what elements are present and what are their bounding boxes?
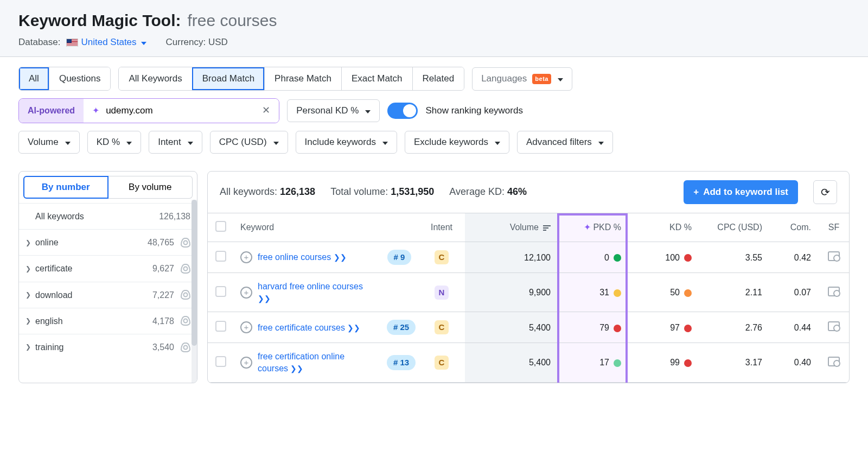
match-related[interactable]: Related xyxy=(412,67,464,90)
sidebar-group-label: training xyxy=(35,342,135,352)
col-pkd[interactable]: ✦ PKD % xyxy=(557,213,628,242)
add-to-keyword-list-button[interactable]: +Add to keyword list xyxy=(684,180,798,204)
personal-kd-filter[interactable]: Personal KD % xyxy=(287,99,380,122)
expand-keyword-icon[interactable]: + xyxy=(240,357,252,369)
filter-cpc[interactable]: CPC (USD) xyxy=(210,131,288,154)
expand-keyword-icon[interactable]: + xyxy=(240,321,252,333)
intent-badge: C xyxy=(435,320,449,334)
eye-icon[interactable] xyxy=(181,316,190,326)
keyword-link[interactable]: free certification online courses ❯❯ xyxy=(258,351,374,374)
chevron-right-icon: ❯ xyxy=(25,265,35,272)
keyword-groups-sidebar: By number By volume All keywords 126,138… xyxy=(18,171,197,383)
row-checkbox[interactable] xyxy=(215,356,226,367)
intent-badge: N xyxy=(435,286,449,300)
scope-questions[interactable]: Questions xyxy=(49,67,111,90)
expand-keyword-icon[interactable]: + xyxy=(240,251,252,263)
domain-input[interactable] xyxy=(105,105,257,117)
personal-kd-label: Personal KD % xyxy=(296,105,359,116)
chevron-down-icon xyxy=(597,137,604,148)
keyword-link[interactable]: free online courses ❯❯ xyxy=(258,251,347,263)
expand-keyword-icon[interactable]: + xyxy=(240,287,252,299)
eye-icon[interactable] xyxy=(181,343,190,352)
table-row: +free online courses ❯❯# 9C12,10001003.5… xyxy=(208,242,849,273)
match-exact-match[interactable]: Exact Match xyxy=(341,67,412,90)
sidebar-group-training[interactable]: ❯training3,540 xyxy=(19,334,197,360)
serp-features-icon[interactable] xyxy=(828,287,840,296)
table-row: +harvard free online courses ❯❯N9,900315… xyxy=(208,273,849,312)
sidebar-group-count: 48,765 xyxy=(135,237,174,248)
summary-all-keywords: 126,138 xyxy=(280,186,315,197)
clear-domain-icon[interactable]: ✕ xyxy=(262,105,270,117)
row-checkbox[interactable] xyxy=(215,286,226,297)
sidebar-group-certificate[interactable]: ❯certificate9,627 xyxy=(19,255,197,281)
match-broad-match[interactable]: Broad Match xyxy=(192,67,264,90)
serp-features-icon[interactable] xyxy=(828,251,840,261)
sidebar-group-count: 3,540 xyxy=(135,342,174,352)
cell-volume: 5,400 xyxy=(465,312,557,343)
eye-icon[interactable] xyxy=(181,290,190,300)
sidebar-group-english[interactable]: ❯english4,178 xyxy=(19,308,197,334)
refresh-button[interactable]: ⟳ xyxy=(813,180,837,204)
sidebar-all-keywords[interactable]: All keywords 126,138 xyxy=(19,203,197,229)
scope-all[interactable]: All xyxy=(19,67,49,90)
keyword-link[interactable]: harvard free online courses ❯❯ xyxy=(258,281,374,304)
match-phrase-match[interactable]: Phrase Match xyxy=(264,67,341,90)
col-com[interactable]: Com. xyxy=(769,213,818,242)
intent-badge: C xyxy=(435,250,449,264)
sidebar-scrollbar[interactable] xyxy=(192,200,197,383)
chevron-down-icon xyxy=(64,137,71,148)
sidebar-group-label: english xyxy=(35,316,135,326)
cell-com: 0.42 xyxy=(769,242,818,273)
filter-exclude-keywords[interactable]: Exclude keywords xyxy=(405,131,509,154)
languages-filter[interactable]: Languages beta xyxy=(472,67,572,90)
tab-by-volume[interactable]: By volume xyxy=(108,176,193,199)
plus-icon: + xyxy=(693,187,699,198)
col-kd[interactable]: KD % xyxy=(628,213,698,242)
col-cpc[interactable]: CPC (USD) xyxy=(698,213,769,242)
col-serp-features[interactable]: SF xyxy=(818,213,849,242)
show-ranking-toggle[interactable] xyxy=(387,103,418,119)
cell-kd: 50 xyxy=(628,273,698,312)
filter-kd[interactable]: KD % xyxy=(87,131,141,154)
sparkle-icon: ✦ xyxy=(584,223,591,232)
sidebar-group-count: 4,178 xyxy=(135,316,174,326)
eye-icon[interactable] xyxy=(181,264,190,274)
cell-cpc: 2.11 xyxy=(698,273,769,312)
row-checkbox[interactable] xyxy=(215,321,226,332)
filter-advanced[interactable]: Advanced filters xyxy=(517,131,613,154)
table-row: +free certification online courses ❯❯# 1… xyxy=(208,343,849,382)
col-intent[interactable]: Intent xyxy=(418,213,465,242)
show-ranking-label: Show ranking keywords xyxy=(425,105,523,116)
sidebar-all-keywords-count: 126,138 xyxy=(151,211,190,221)
col-keyword[interactable]: Keyword xyxy=(234,213,418,242)
tab-by-number[interactable]: By number xyxy=(23,176,108,199)
cell-pkd: 0 xyxy=(557,242,628,273)
difficulty-dot-icon xyxy=(614,325,621,332)
chevron-down-icon xyxy=(140,37,146,48)
serp-features-icon[interactable] xyxy=(828,321,840,331)
results-summary: All keywords: 126,138 Total volume: 1,53… xyxy=(208,172,849,213)
chevron-down-icon xyxy=(364,105,371,116)
chevron-down-icon xyxy=(557,73,563,84)
difficulty-dot-icon xyxy=(684,289,692,297)
row-checkbox[interactable] xyxy=(215,251,226,262)
keyword-link[interactable]: free certificate courses ❯❯ xyxy=(258,322,360,334)
cell-cpc: 3.17 xyxy=(698,343,769,382)
summary-avg-kd: 46% xyxy=(507,186,527,197)
filter-include-keywords[interactable]: Include keywords xyxy=(296,131,397,154)
sidebar-group-online[interactable]: ❯online48,765 xyxy=(19,229,197,255)
eye-icon[interactable] xyxy=(181,238,190,248)
keywords-table-wrap: Keyword Intent Volume ✦ PKD % KD % CPC (… xyxy=(208,213,849,383)
rank-badge: # 25 xyxy=(387,320,416,335)
serp-features-icon[interactable] xyxy=(828,357,840,366)
match-all-keywords[interactable]: All Keywords xyxy=(119,67,192,90)
filter-intent[interactable]: Intent xyxy=(149,131,202,154)
database-selector[interactable]: United States xyxy=(66,37,146,48)
cell-volume: 12,100 xyxy=(465,242,557,273)
select-all-checkbox[interactable] xyxy=(215,221,226,232)
col-volume[interactable]: Volume xyxy=(465,213,557,242)
scope-segment: All Questions xyxy=(18,67,111,91)
filter-volume[interactable]: Volume xyxy=(18,131,80,154)
sidebar-group-download[interactable]: ❯download7,227 xyxy=(19,282,197,308)
sidebar-group-count: 9,627 xyxy=(135,263,174,274)
